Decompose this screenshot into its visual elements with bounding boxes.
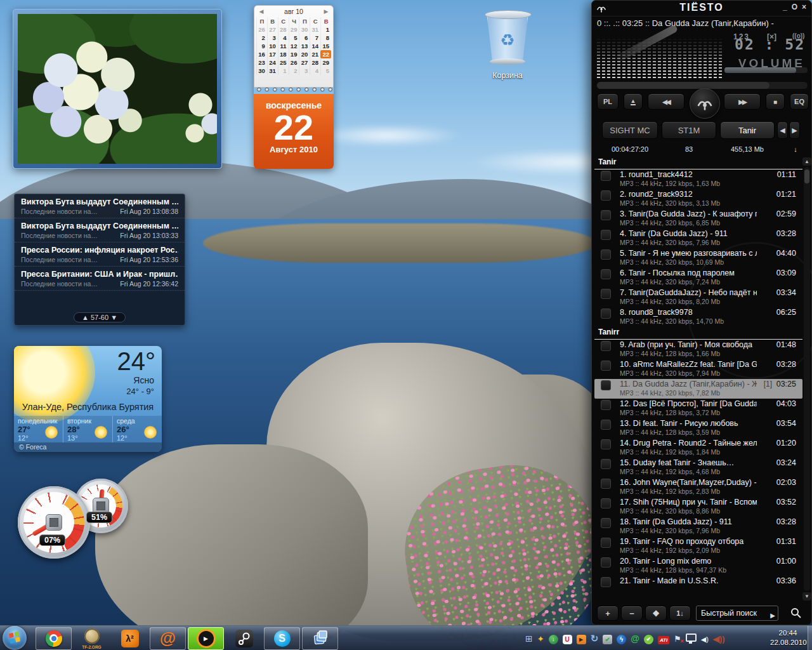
add-track-button[interactable]: + [597,606,619,621]
calendar-date-cell[interactable]: 2 [256,34,267,42]
calendar-prev-icon[interactable]: ◀ [257,6,266,17]
download-arrow-icon[interactable]: ↓ [791,145,800,153]
taskbar-app-lingvo[interactable] [302,627,338,650]
mailru-guard-icon[interactable]: U [563,633,572,644]
playlist-track[interactable]: 18. Tanir (Da Gudda Jazz) - 91103:28MP3 … [594,517,802,536]
calendar-date-cell[interactable]: 26 [289,58,299,67]
calendar-date-cell[interactable]: 11 [278,42,289,50]
taskbar-app-skype[interactable]: S [264,627,300,650]
eject-button[interactable]: ▲ [624,93,643,110]
taskbar-app-half-life[interactable]: λ² [112,627,148,650]
playlist-track[interactable]: 9. Arab (при уч. Tanir) - Моя свобода01:… [594,340,802,359]
playlist-track[interactable]: 20. Tanir - Long mix demo01:00MP3 :: 44 … [594,556,802,576]
taskbar-app-mailru-agent[interactable]: @ [150,627,186,650]
pager-down-icon[interactable]: ▼ [110,314,117,321]
scrollbar-thumb[interactable] [804,169,809,183]
windows-update-icon[interactable]: ↻ [591,633,599,644]
previous-button[interactable]: ◀◀ [648,93,684,110]
calendar-date-cell[interactable]: 29 [320,58,331,67]
taskbar-clock[interactable]: 20:44 22.08.2010 [770,628,806,647]
hidden-icons-icon[interactable]: ⊞ [525,633,533,644]
playlist-track[interactable]: 21. Tanir - Made in U.S.S.R.03:36 [594,576,802,595]
mailru-agent-tray-icon[interactable]: @ [631,633,639,644]
calendar-date-cell[interactable]: 4 [278,34,289,42]
tab-st1m[interactable]: ST1M [662,121,716,139]
track-checkbox[interactable] [601,341,611,351]
track-checkbox[interactable] [601,361,611,371]
calendar-date-cell[interactable]: 12 [289,42,299,50]
skype-online-icon[interactable]: ✔ [644,632,653,644]
calendar-date-cell[interactable]: 8 [320,34,331,42]
calendar-date-cell[interactable]: 22 [320,50,331,58]
news-item[interactable]: Пресса Британии: США и Ирак - пришл…Посл… [15,267,185,291]
playlist-track[interactable]: 13. Di feat. Tanir - Рисую любовь03:54MP… [594,418,802,438]
play-button[interactable] [690,88,720,119]
minimize-icon[interactable]: _ [783,3,787,11]
tabs-scroll-right-icon[interactable]: ▶ [789,121,800,139]
calendar-date-cell[interactable]: 26 [256,25,267,34]
calendar-date-cell[interactable]: 29 [289,25,299,34]
volume-icon[interactable]: ◀) [701,633,709,644]
tab-sight-mc[interactable]: SIGHT MC [602,121,658,139]
playlist-track[interactable]: 11. Da Gudda Jazz (Tanir,Карабин) - Жизн… [594,379,802,399]
punto-switcher-icon[interactable]: ϟ [617,633,626,644]
idm-icon[interactable]: ↓ [549,632,558,644]
search-go-icon[interactable]: ▶ [770,609,775,623]
calendar-date-cell[interactable]: 30 [299,25,310,34]
track-checkbox[interactable] [601,479,611,489]
quick-search-input[interactable]: Быстрый поиск ▶ [696,606,778,621]
track-checkbox[interactable] [601,269,611,279]
start-button[interactable] [3,626,27,650]
maximize-icon[interactable]: O [792,3,797,11]
track-checkbox[interactable] [601,498,611,508]
calendar-date-cell[interactable]: 25 [278,58,289,67]
scroll-down-icon[interactable]: ▼ [802,592,811,600]
track-checkbox[interactable] [601,400,611,410]
remove-track-button[interactable]: − [621,606,643,621]
calendar-date-cell[interactable]: 31 [310,25,320,34]
news-item[interactable]: Пресса России: инфляция накроет Рос…Посл… [15,242,185,267]
tab-tanir[interactable]: Tanir [720,121,775,139]
playlist-track[interactable]: 10. aRmc MaRallezZz feat. Tanir [Da Gudd… [594,359,802,379]
taskbar-app-tf2[interactable]: TF-2.ORG [74,627,110,650]
playlist-track[interactable]: 5. Tanir - Я не умею разговаривать с лю…… [594,248,802,268]
photo-gadget[interactable] [13,9,222,169]
news-item[interactable]: Виктора Бута выдадут Соединенным …Послед… [15,194,185,218]
calendar-date-cell[interactable]: 3 [267,34,278,42]
track-checkbox[interactable] [601,420,611,430]
taskbar-app-aimp[interactable]: ▶ [188,627,224,650]
playlist-track[interactable]: 16. John Wayne(Tanir,Mayzer,Duday) - Ещ…… [594,477,802,497]
playlist-track[interactable]: 6. Tanir - Посылка под паролем03:09MP3 :… [594,268,802,288]
stop-button[interactable]: ■ [766,93,785,110]
playlist-button[interactable]: PL [597,93,619,110]
playlist-track[interactable]: 15. Duday feat Tanir - Знаешь…03:24MP3 :… [594,458,802,477]
playlist-track[interactable]: 4. Tanir (Da Gudda Jazz) - 91103:28MP3 :… [594,229,802,248]
network-icon[interactable] [686,633,697,644]
misc-button[interactable]: ❖ [645,606,667,621]
calendar-date-cell[interactable]: 28 [310,58,320,67]
playlist-track[interactable]: 7. Tanir(DaGuddaJazz) - Небо падёт на з…… [594,288,802,307]
calendar-date-cell[interactable]: 9 [256,42,267,50]
calendar-date-cell[interactable]: 5 [289,34,299,42]
ati-catalyst-icon[interactable]: ATI [658,633,669,644]
tabs-scroll-left-icon[interactable]: ◀ [777,121,788,139]
calendar-date-cell[interactable]: 31 [267,67,278,75]
calendar-date-cell[interactable]: 15 [320,42,331,50]
calendar-date-cell[interactable]: 30 [256,67,267,75]
equalizer-button[interactable]: EQ [790,93,809,110]
aimp-tray-icon[interactable]: ▶ [577,632,586,644]
track-checkbox[interactable] [601,249,611,260]
track-checkbox[interactable] [601,577,611,587]
track-checkbox[interactable] [601,459,611,469]
playlist-track[interactable]: 12. Das [Всё Просто], Tanir [Da Gudda Ja… [594,399,802,418]
calendar-date-cell[interactable]: 1 [320,25,331,34]
playlist-scrollbar[interactable] [804,167,810,591]
calendar-date-cell[interactable]: 23 [256,58,267,67]
calendar-date-cell[interactable]: 16 [256,50,267,58]
calendar-date-cell[interactable]: 18 [278,50,289,58]
playlist-track[interactable]: 14. Drug Petra - Round2 - Тайные желания… [594,438,802,458]
calendar-date-cell[interactable]: 27 [267,25,278,34]
pager-up-icon[interactable]: ▲ [82,314,89,321]
player-titlebar[interactable]: TIËSTO _O× [592,1,811,17]
calendar-date-cell[interactable]: 21 [310,50,320,58]
